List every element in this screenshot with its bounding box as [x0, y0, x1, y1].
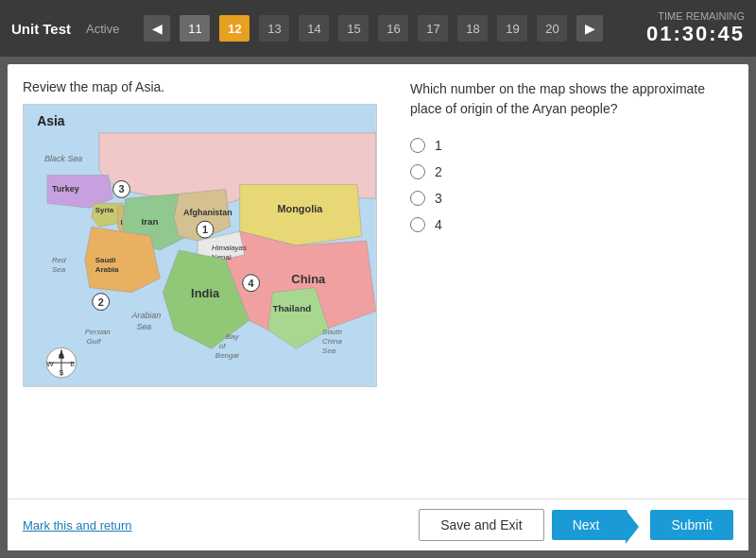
svg-text:Sea: Sea — [136, 322, 151, 331]
svg-text:Arabia: Arabia — [95, 265, 119, 274]
page-19[interactable]: 19 — [497, 15, 527, 42]
svg-text:Persian: Persian — [85, 328, 111, 336]
option-2-label: 2 — [435, 164, 442, 179]
svg-text:Black Sea: Black Sea — [44, 154, 82, 163]
left-side: Review the map of Asia. Asia Black Sea C… — [23, 79, 391, 483]
svg-text:Saudi: Saudi — [95, 256, 116, 264]
mark-return-link[interactable]: Mark this and return — [23, 518, 132, 533]
svg-text:E: E — [70, 360, 75, 368]
option-4-label: 4 — [435, 217, 442, 232]
svg-text:South: South — [322, 328, 342, 336]
active-badge: Active — [86, 22, 119, 36]
page-14[interactable]: 14 — [299, 15, 329, 42]
svg-text:3: 3 — [119, 183, 125, 194]
page-12[interactable]: 12 — [219, 15, 249, 42]
svg-text:W: W — [46, 360, 54, 368]
option-3[interactable]: 3 — [410, 191, 733, 206]
save-exit-button[interactable]: Save and Exit — [419, 509, 543, 541]
svg-text:Red: Red — [52, 256, 66, 264]
radio-3[interactable] — [410, 191, 425, 206]
svg-text:2: 2 — [98, 296, 104, 308]
option-2[interactable]: 2 — [410, 164, 733, 179]
svg-text:Sea: Sea — [322, 347, 336, 355]
page-15[interactable]: 15 — [338, 15, 369, 42]
timer-section: TIME REMAINING 01:30:45 — [646, 10, 745, 46]
svg-text:Bengal: Bengal — [215, 351, 239, 360]
svg-text:Gulf: Gulf — [87, 337, 101, 346]
timer-value: 01:30:45 — [646, 22, 745, 45]
test-title: Unit Test — [11, 21, 71, 37]
svg-text:Sea: Sea — [52, 265, 66, 274]
svg-text:Afghanistan: Afghanistan — [183, 208, 232, 217]
page-18[interactable]: 18 — [457, 15, 488, 42]
option-1[interactable]: 1 — [410, 138, 733, 153]
map-container: Asia Black Sea Caspian Sea Mongolia Chin… — [23, 104, 377, 387]
page-17[interactable]: 17 — [418, 15, 448, 42]
svg-text:Thailand: Thailand — [272, 303, 311, 313]
question-area: Review the map of Asia. Asia Black Sea C… — [8, 64, 748, 499]
next-button[interactable]: Next — [552, 510, 628, 540]
right-side: Which number on the map shows the approx… — [410, 79, 733, 483]
submit-button[interactable]: Submit — [650, 510, 733, 540]
svg-text:Himalayas: Himalayas — [212, 244, 247, 252]
radio-2[interactable] — [410, 164, 425, 179]
option-1-label: 1 — [435, 138, 442, 153]
svg-text:Syria: Syria — [95, 206, 114, 214]
page-11[interactable]: 11 — [180, 15, 210, 42]
svg-text:of: of — [219, 342, 226, 350]
option-3-label: 3 — [435, 191, 442, 206]
top-bar: Unit Test Active ◀ 11 12 13 14 15 16 17 … — [0, 0, 756, 57]
option-4[interactable]: 4 — [410, 217, 733, 232]
radio-1[interactable] — [410, 138, 425, 153]
svg-text:China: China — [322, 337, 342, 346]
svg-text:4: 4 — [249, 278, 254, 289]
map-instruction: Review the map of Asia. — [23, 79, 391, 94]
page-16[interactable]: 16 — [378, 15, 408, 42]
svg-text:1: 1 — [202, 224, 208, 235]
svg-text:India: India — [191, 286, 220, 300]
svg-text:China: China — [291, 272, 326, 286]
prev-nav-button[interactable]: ◀ — [144, 15, 170, 42]
svg-text:Turkey: Turkey — [52, 184, 79, 194]
timer-label: TIME REMAINING — [646, 10, 745, 22]
next-nav-button[interactable]: ▶ — [576, 15, 603, 42]
main-content: Review the map of Asia. Asia Black Sea C… — [8, 64, 748, 550]
page-13[interactable]: 13 — [259, 15, 289, 42]
page-20[interactable]: 20 — [537, 15, 567, 42]
svg-text:Mongolia: Mongolia — [277, 203, 323, 214]
svg-text:Bay: Bay — [226, 332, 240, 341]
question-text: Which number on the map shows the approx… — [410, 79, 733, 119]
svg-text:Arabian: Arabian — [130, 311, 161, 320]
svg-text:Iran: Iran — [141, 216, 158, 227]
map-svg: Asia Black Sea Caspian Sea Mongolia Chin… — [24, 105, 376, 386]
radio-4[interactable] — [410, 217, 425, 232]
bottom-bar: Mark this and return Save and Exit Next … — [8, 499, 748, 550]
svg-text:Asia: Asia — [37, 113, 65, 128]
